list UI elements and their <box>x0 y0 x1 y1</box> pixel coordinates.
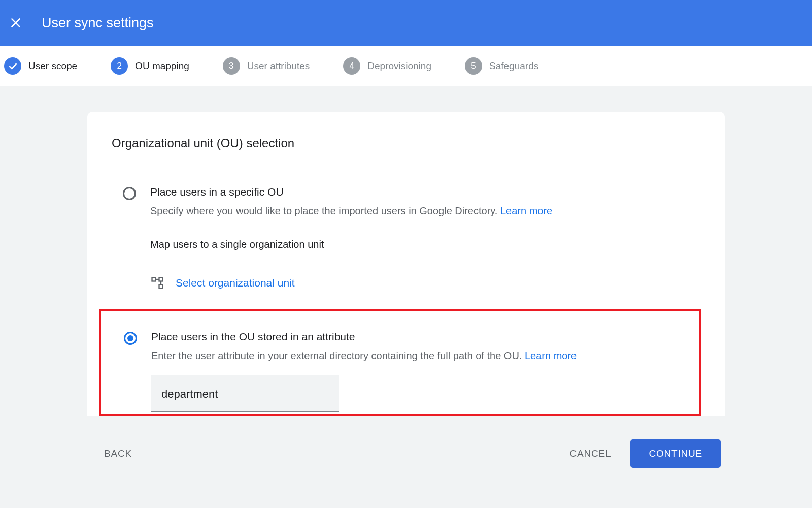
svg-rect-2 <box>152 278 156 281</box>
step-connector <box>196 66 216 66</box>
step-deprovisioning[interactable]: 4 Deprovisioning <box>343 57 431 75</box>
step-label: User attributes <box>247 60 310 72</box>
step-connector <box>438 66 458 66</box>
step-safeguards[interactable]: 5 Safeguards <box>465 57 538 75</box>
step-label: Deprovisioning <box>367 60 431 72</box>
select-ou-link[interactable]: Select organizational unit <box>150 276 700 290</box>
step-number-icon: 3 <box>223 57 240 75</box>
step-number-icon: 4 <box>343 57 360 75</box>
option-desc-text: Enter the user attribute in your externa… <box>151 350 525 361</box>
step-user-attributes[interactable]: 3 User attributes <box>223 57 310 75</box>
back-button[interactable]: BACK <box>100 441 136 466</box>
radio-attribute-ou[interactable] <box>124 332 137 345</box>
option-content: Place users in the OU stored in an attri… <box>151 331 699 412</box>
select-ou-label: Select organizational unit <box>176 277 295 289</box>
option-specific-ou: Place users in a specific OU Specify whe… <box>112 186 700 290</box>
step-label: OU mapping <box>135 60 189 72</box>
ou-selection-card: Organizational unit (OU) selection Place… <box>87 112 725 416</box>
option-attribute-ou: Place users in the OU stored in an attri… <box>124 331 699 412</box>
highlighted-option-box: Place users in the OU stored in an attri… <box>99 309 701 416</box>
card-title: Organizational unit (OU) selection <box>112 136 700 150</box>
step-ou-mapping[interactable]: 2 OU mapping <box>111 57 189 75</box>
radio-specific-ou[interactable] <box>123 187 136 200</box>
option-content: Place users in a specific OU Specify whe… <box>150 186 700 290</box>
option-description: Specify where you would like to place th… <box>150 203 700 218</box>
option-desc-text: Specify where you would like to place th… <box>150 205 500 216</box>
footer-actions: BACK CANCEL CONTINUE <box>87 416 725 468</box>
content-area: Organizational unit (OU) selection Place… <box>0 86 812 416</box>
dialog-title: User sync settings <box>42 15 154 31</box>
attribute-input-wrap <box>151 375 699 412</box>
option-title: Place users in the OU stored in an attri… <box>151 331 699 343</box>
step-number-icon: 2 <box>111 57 128 75</box>
close-icon[interactable] <box>5 12 26 34</box>
step-connector <box>317 66 336 66</box>
option-description: Enter the user attribute in your externa… <box>151 348 699 363</box>
attribute-input[interactable] <box>151 375 339 412</box>
svg-rect-4 <box>159 285 163 289</box>
step-done-icon <box>4 57 21 75</box>
svg-rect-3 <box>159 278 163 281</box>
step-number-icon: 5 <box>465 57 482 75</box>
step-label: Safeguards <box>489 60 538 72</box>
org-tree-icon <box>150 276 164 290</box>
option-title: Place users in a specific OU <box>150 186 700 198</box>
step-connector <box>84 66 104 66</box>
step-label: User scope <box>28 60 77 72</box>
stepper: User scope 2 OU mapping 3 User attribute… <box>0 46 812 86</box>
option-subheading: Map users to a single organization unit <box>150 239 700 250</box>
step-user-scope[interactable]: User scope <box>4 57 77 75</box>
continue-button[interactable]: CONTINUE <box>630 439 721 468</box>
cancel-button[interactable]: CANCEL <box>565 441 615 466</box>
dialog-header: User sync settings <box>0 0 812 46</box>
learn-more-link[interactable]: Learn more <box>525 350 577 361</box>
learn-more-link[interactable]: Learn more <box>500 205 552 216</box>
